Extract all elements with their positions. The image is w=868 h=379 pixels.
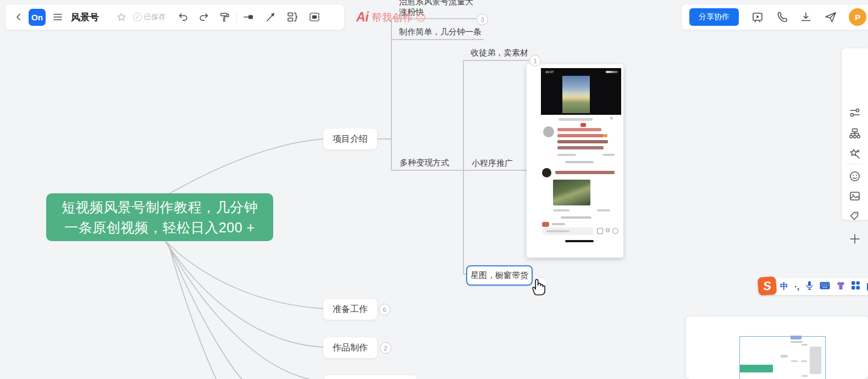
root-topic-line2: 一条原创视频，轻松日入200 + bbox=[64, 218, 255, 238]
ai-create-entry[interactable]: Ai 帮我创作 bbox=[356, 10, 425, 25]
phone-comment1-line1 bbox=[557, 128, 601, 131]
node-project-intro[interactable]: 项目介绍 bbox=[323, 129, 377, 149]
node-apprentice-collapse-badge[interactable]: 1 bbox=[529, 55, 541, 66]
node-apprentice[interactable]: 收徒弟，卖素材 bbox=[471, 48, 528, 58]
phone-emoji-icon bbox=[612, 228, 618, 234]
magic-style-icon[interactable] bbox=[849, 148, 861, 160]
minimap-root-node bbox=[740, 365, 773, 372]
phone-comment1-line3 bbox=[557, 140, 608, 143]
node-project-intro-label: 项目介绍 bbox=[333, 133, 368, 145]
sidebar-divider bbox=[847, 164, 863, 164]
phone-comment1-emoji bbox=[604, 134, 607, 137]
skin-icon[interactable] bbox=[836, 281, 845, 292]
structure-layout-icon[interactable] bbox=[849, 127, 861, 140]
phone-comments-close[interactable]: × bbox=[610, 115, 613, 121]
attached-phone-screenshot[interactable]: 16:37 × @ bbox=[527, 64, 623, 258]
minimap-node bbox=[790, 341, 803, 343]
minimap-node bbox=[781, 355, 788, 358]
emoji-icon[interactable] bbox=[849, 170, 861, 182]
tag-icon[interactable] bbox=[849, 210, 861, 222]
adjust-sliders-icon[interactable] bbox=[849, 107, 861, 119]
phone-comment-input bbox=[542, 227, 594, 235]
phone-comment2-avatar bbox=[542, 168, 551, 177]
node-monetize[interactable]: 多种变现方式 bbox=[400, 158, 449, 168]
phone-comment1-likes bbox=[602, 154, 615, 156]
node-production-label: 作品制作 bbox=[333, 342, 368, 354]
node-miniprogram[interactable]: 小程序推广 bbox=[472, 158, 513, 169]
phone-comment2-line1 bbox=[555, 171, 615, 174]
image-icon[interactable] bbox=[849, 190, 861, 202]
minimap-node bbox=[801, 375, 808, 377]
phone-expand-replies1 bbox=[565, 161, 594, 163]
phone-photo-icon bbox=[597, 228, 603, 234]
phone-status-time: 16:37 bbox=[545, 70, 554, 74]
phone-video-area: 16:37 bbox=[541, 68, 621, 115]
node-starmap-collapse-badge[interactable] bbox=[536, 277, 548, 288]
phone-comment2-likes bbox=[597, 209, 610, 211]
node-production-collapse-badge[interactable]: 2 bbox=[380, 342, 391, 354]
phone-expand-replies2 bbox=[561, 216, 591, 219]
phone-home-indicator bbox=[565, 240, 594, 242]
phone-comment1-meta bbox=[557, 154, 576, 156]
ai-smiley-icon bbox=[416, 13, 425, 22]
minimap-node bbox=[801, 344, 808, 345]
phone-status-icons bbox=[606, 71, 618, 73]
sidebar-right bbox=[842, 48, 868, 220]
chinese-mode-icon[interactable]: 中 bbox=[780, 281, 788, 292]
phone-comment2-image bbox=[553, 180, 590, 205]
phone-commenter3-avatar bbox=[542, 222, 549, 227]
sogou-input-bar: S 中 ·, bbox=[767, 278, 868, 295]
sogou-logo[interactable]: S bbox=[758, 276, 777, 296]
phone-video-thumbnail bbox=[562, 76, 590, 113]
phone-comment1-line4 bbox=[557, 146, 604, 149]
punctuation-icon[interactable]: ·, bbox=[794, 282, 799, 291]
node-simple-make[interactable]: 制作简单，几分钟一条 bbox=[399, 27, 482, 37]
phone-comment1-flag bbox=[580, 123, 586, 127]
node-preparation-label: 准备工作 bbox=[333, 304, 368, 315]
minimap-node bbox=[791, 360, 798, 362]
minimap-node bbox=[801, 360, 807, 362]
phone-comments-header-placeholder bbox=[559, 118, 593, 121]
minimap-phone-image bbox=[810, 347, 821, 374]
ai-brand: Ai bbox=[356, 10, 369, 25]
app-canvas[interactable]: 短视频风景号制作教程，几分钟 一条原创视频，轻松日入200 + 项目介绍 准备工… bbox=[0, 0, 868, 379]
minimap-selected-node bbox=[790, 336, 801, 339]
plus-icon[interactable] bbox=[849, 233, 861, 245]
minimap-panel bbox=[686, 316, 868, 379]
node-starmap-selected[interactable]: 星图，橱窗带货 bbox=[466, 265, 533, 286]
node-traffic-collapse-badge[interactable]: 3 bbox=[477, 14, 488, 25]
phone-at-icon: @ bbox=[605, 227, 610, 233]
ai-create-label: 帮我创作 bbox=[372, 11, 413, 24]
node-traffic-line1[interactable]: 治愈系风景号流量大 bbox=[399, 0, 473, 7]
node-production[interactable]: 作品制作 bbox=[323, 337, 377, 358]
virtual-keyboard-icon[interactable] bbox=[820, 282, 830, 292]
apps-grid-icon[interactable] bbox=[852, 281, 860, 292]
phone-comment1-line2 bbox=[557, 134, 604, 137]
phone-commenter3-name bbox=[552, 223, 565, 225]
phone-comment2-meta bbox=[553, 209, 570, 211]
voice-input-icon[interactable] bbox=[805, 281, 814, 292]
node-preparation[interactable]: 准备工作 bbox=[323, 299, 377, 320]
node-partial-bottom[interactable] bbox=[324, 375, 417, 379]
root-topic-line1: 短视频风景号制作教程，几分钟 bbox=[62, 197, 258, 218]
phone-comment1-avatar bbox=[543, 126, 554, 137]
node-preparation-collapse-badge[interactable]: 6 bbox=[379, 304, 390, 315]
root-topic-node[interactable]: 短视频风景号制作教程，几分钟 一条原创视频，轻松日入200 + bbox=[46, 193, 273, 241]
